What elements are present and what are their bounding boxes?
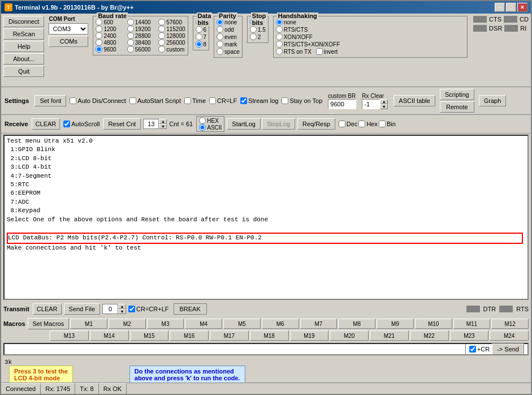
remote-button[interactable]: Remote [440, 101, 474, 113]
macro-btn-m14[interactable]: M14 [90, 330, 129, 341]
macro-btn-m16[interactable]: M16 [170, 330, 209, 341]
macro-btn-m12[interactable]: M12 [491, 319, 529, 329]
macro-btn-m5[interactable]: M5 [223, 319, 261, 329]
parity-none[interactable]: none [217, 19, 240, 25]
baud-38400[interactable]: 38400 [127, 39, 154, 46]
dec-checkbox[interactable]: Dec [339, 121, 358, 127]
stop-2[interactable]: 2 [250, 33, 266, 40]
macro-btn-m18[interactable]: M18 [250, 330, 289, 341]
send-file-button[interactable]: Send File [64, 303, 100, 315]
data-6[interactable]: 6 [196, 26, 207, 33]
data-7[interactable]: 7 [196, 33, 207, 40]
terminal-display[interactable]: Test menu Utra x51 v2.0 1:GPIO Blink 2:L… [3, 135, 529, 300]
macro-btn-m2[interactable]: M2 [109, 319, 146, 329]
receive-spin-up[interactable]: ▲ [159, 119, 167, 124]
macro-btn-m6[interactable]: M6 [262, 319, 299, 329]
transmit-spin-input[interactable] [102, 304, 118, 314]
macro-btn-m7[interactable]: M7 [300, 319, 338, 329]
start-log-button[interactable]: StartLog [227, 118, 261, 130]
cr-checkbox[interactable]: +CR [469, 346, 490, 353]
macro-btn-m24[interactable]: M24 [490, 330, 529, 341]
cr-cr-lf-checkbox[interactable]: CR=CR+LF [128, 306, 168, 312]
receive-spin-input[interactable] [143, 119, 159, 129]
parity-even[interactable]: even [217, 33, 240, 40]
maximize-button[interactable]: □ [506, 3, 516, 12]
macro-btn-m22[interactable]: M22 [410, 330, 449, 341]
baud-14400[interactable]: 14400 [127, 19, 154, 25]
auto-dis-connect[interactable]: Auto Dis/Connect [70, 97, 126, 104]
baud-4800[interactable]: 4800 [96, 39, 122, 46]
data-8[interactable]: 8 [196, 41, 207, 48]
hs-rts-tx[interactable]: RTS on TX [276, 48, 312, 55]
input-field[interactable] [5, 346, 465, 353]
baud-56000[interactable]: 56000 [127, 46, 154, 53]
macro-btn-m20[interactable]: M20 [330, 330, 369, 341]
macro-btn-m13[interactable]: M13 [50, 330, 89, 341]
macro-btn-m9[interactable]: M9 [377, 319, 414, 329]
macro-btn-m21[interactable]: M21 [370, 330, 409, 341]
macro-btn-m11[interactable]: M11 [453, 319, 491, 329]
baud-1200[interactable]: 1200 [96, 25, 122, 32]
time-checkbox[interactable]: Time [184, 97, 206, 104]
bin-checkbox[interactable]: Bin [379, 121, 396, 127]
hex-radio[interactable]: HEX [199, 117, 219, 124]
rescan-button[interactable]: ReScan [3, 28, 44, 40]
ascii-table-button[interactable]: ASCII table [393, 95, 435, 106]
baud-115200[interactable]: 115200 [158, 25, 185, 32]
set-macros-button[interactable]: Set Macros [28, 318, 70, 329]
coms-button[interactable]: COMs [49, 36, 88, 47]
quit-button[interactable]: Quit [3, 66, 44, 77]
parity-mark[interactable]: mark [217, 41, 240, 48]
help-button[interactable]: Help [3, 41, 44, 52]
stay-on-top-checkbox[interactable]: Stay on Top [282, 97, 322, 104]
about-button[interactable]: About... [3, 53, 44, 65]
baud-128000[interactable]: 128000 [158, 32, 185, 39]
rx-clear-input[interactable] [362, 99, 380, 109]
baud-600[interactable]: 600 [96, 19, 122, 25]
baud-2400[interactable]: 2400 [96, 32, 122, 39]
stop-log-button[interactable]: StopLog [262, 118, 295, 130]
baud-custom[interactable]: custom [158, 46, 185, 53]
hs-xon-xoff[interactable]: XON/XOFF [276, 33, 465, 40]
baud-256000[interactable]: 256000 [158, 39, 185, 46]
hs-invert[interactable]: invert [316, 48, 338, 55]
cr-lf-checkbox[interactable]: CR=LF [209, 97, 237, 104]
parity-space[interactable]: space [217, 48, 240, 55]
hs-none[interactable]: none [276, 19, 465, 25]
hex2-checkbox[interactable]: Hex [358, 121, 378, 127]
send-button[interactable]: -> Send [492, 344, 524, 355]
autostart-script[interactable]: AutoStart Script [129, 97, 181, 104]
graph-button[interactable]: Graph [479, 95, 507, 106]
baud-9600[interactable]: 9600 [96, 46, 122, 53]
set-font-button[interactable]: Set font [34, 95, 66, 106]
receive-clear-button[interactable]: CLEAR [32, 118, 60, 130]
macro-btn-m1[interactable]: M1 [70, 319, 107, 329]
transmit-clear-button[interactable]: CLEAR [33, 303, 62, 315]
transmit-spin-up[interactable]: ▲ [118, 304, 126, 309]
scripting-button[interactable]: Scripting [440, 89, 474, 100]
hs-rts-cts-xon[interactable]: RTS/CTS+XON/XOFF [276, 41, 465, 48]
break-button[interactable]: BREAK [174, 303, 207, 315]
hs-rts-cts[interactable]: RTS/CTS [276, 26, 465, 33]
ascii-radio[interactable]: ASCII [199, 124, 222, 131]
reset-cnt-button[interactable]: Reset Cnt [103, 118, 141, 130]
macro-btn-m23[interactable]: M23 [450, 330, 489, 341]
req-resp-button[interactable]: Req/Resp [297, 118, 335, 130]
autoscroll-checkbox[interactable]: AutoScroll [63, 121, 100, 127]
baud-19200[interactable]: 19200 [127, 25, 154, 32]
transmit-spin-down[interactable]: ▼ [118, 309, 126, 314]
rx-clear-down[interactable]: ▼ [380, 104, 388, 109]
baud-57600[interactable]: 57600 [158, 19, 185, 25]
stream-log-checkbox[interactable]: Stream log [240, 97, 278, 104]
com-port-select[interactable]: COM3 [49, 23, 88, 35]
macro-btn-m19[interactable]: M19 [290, 330, 329, 341]
minimize-button[interactable]: ─ [495, 3, 505, 12]
macro-btn-m3[interactable]: M3 [147, 319, 184, 329]
macro-btn-m15[interactable]: M15 [130, 330, 169, 341]
macro-btn-m17[interactable]: M17 [210, 330, 249, 341]
macro-btn-m10[interactable]: M10 [415, 319, 452, 329]
rx-clear-up[interactable]: ▲ [380, 99, 388, 104]
parity-odd[interactable]: odd [217, 26, 240, 33]
baud-28800[interactable]: 28800 [127, 32, 154, 39]
receive-spin-down[interactable]: ▼ [159, 124, 167, 129]
